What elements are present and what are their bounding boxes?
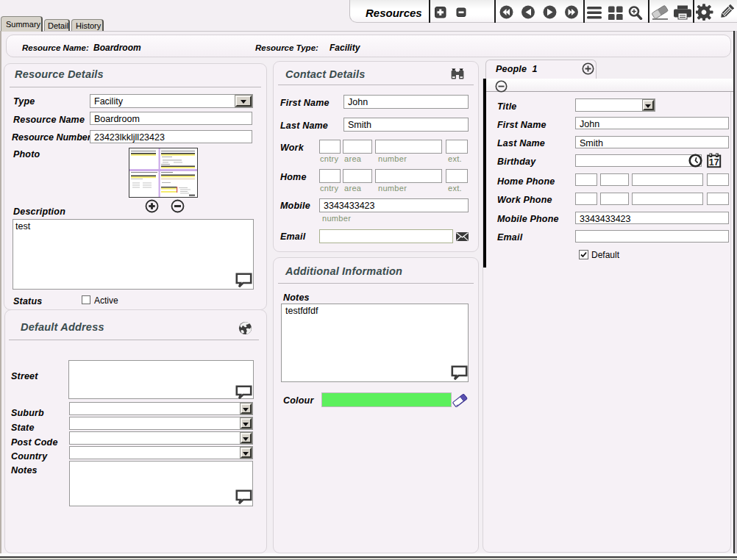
svg-text:17: 17	[709, 157, 719, 168]
